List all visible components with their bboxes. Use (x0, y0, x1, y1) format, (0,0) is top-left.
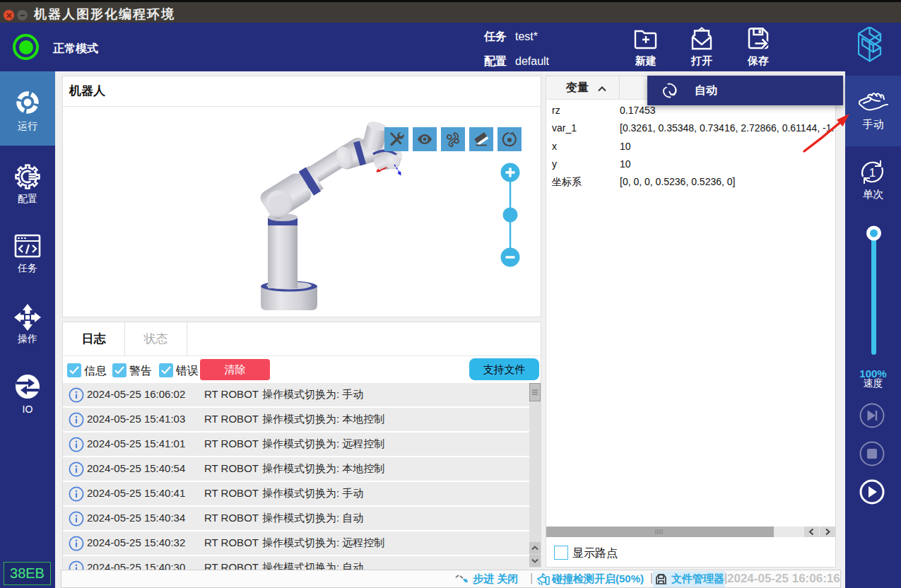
svg-text:1: 1 (869, 166, 876, 180)
